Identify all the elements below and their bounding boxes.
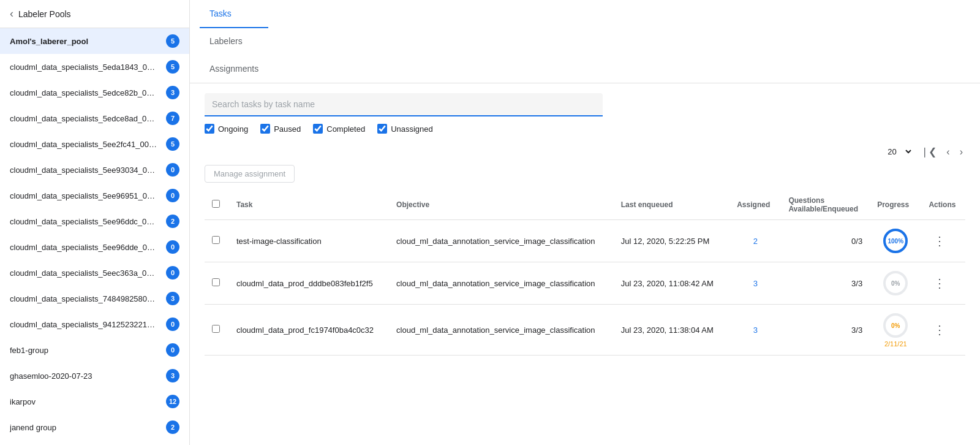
assigned-link-2[interactable]: 3: [753, 325, 758, 335]
sidebar-item-badge-5: 0: [166, 163, 179, 177]
progress-circle-0: 100%: [882, 227, 909, 254]
actions-button-2[interactable]: ⋮: [929, 320, 951, 340]
sidebar-item-4[interactable]: cloudml_data_specialists_5ee2fc41_0000..…: [0, 131, 189, 157]
sidebar-item-name-12: feb1-group: [10, 346, 48, 355]
paused-checkbox[interactable]: [260, 124, 270, 134]
filter-ongoing: Ongoing: [205, 124, 248, 134]
questions-sub-2: 2/11/21: [877, 340, 914, 348]
sidebar-item-10[interactable]: cloudml_data_specialists_748498258068...…: [0, 286, 189, 311]
sidebar-item-1[interactable]: cloudml_data_specialists_5eda1843_000...…: [0, 54, 189, 80]
sidebar-item-badge-7: 2: [166, 215, 179, 228]
sidebar-item-13[interactable]: ghasemloo-2020-07-23 3: [0, 363, 189, 389]
sidebar-item-16[interactable]: janend_group 0: [0, 440, 189, 445]
sidebar-item-name-3: cloudml_data_specialists_5edce8ad_000...: [10, 114, 157, 123]
td-objective-1: cloud_ml_data_annotation_service_image_c…: [389, 262, 614, 305]
sidebar-item-badge-3: 7: [166, 112, 179, 125]
actions-button-0[interactable]: ⋮: [929, 231, 951, 251]
sidebar-item-badge-6: 0: [166, 189, 179, 202]
sidebar-item-8[interactable]: cloudml_data_specialists_5ee96dde_000...…: [0, 234, 189, 260]
assigned-link-0[interactable]: 2: [753, 237, 758, 246]
td-questions-0: 0/3: [781, 220, 870, 262]
sidebar-item-name-6: cloudml_data_specialists_5ee96951_000...: [10, 191, 157, 200]
filter-paused: Paused: [260, 124, 301, 134]
row-checkbox-1[interactable]: [212, 278, 220, 286]
sidebar-item-9[interactable]: cloudml_data_specialists_5eec363a_000...…: [0, 260, 189, 286]
sidebar-item-badge-15: 2: [166, 420, 179, 434]
sidebar-item-name-1: cloudml_data_specialists_5eda1843_000...: [10, 63, 157, 72]
sidebar-header[interactable]: ‹ Labeler Pools: [0, 0, 189, 28]
sidebar-items-list: Amol's_laberer_pool 5 cloudml_data_speci…: [0, 28, 189, 445]
td-actions-0: ⋮: [921, 220, 965, 262]
sidebar-item-14[interactable]: ikarpov 12: [0, 389, 189, 414]
sidebar-item-0[interactable]: Amol's_laberer_pool 5: [0, 28, 189, 54]
search-input[interactable]: [205, 93, 603, 116]
td-enqueued-0: Jul 12, 2020, 5:22:25 PM: [614, 220, 729, 262]
td-questions-2: 3/3: [781, 305, 870, 356]
sidebar-title: Labeler Pools: [18, 9, 71, 19]
paused-label: Paused: [274, 124, 301, 134]
prev-page-btn[interactable]: ‹: [944, 144, 952, 160]
tab-labelers[interactable]: Labelers: [200, 28, 268, 56]
sidebar-item-name-7: cloudml_data_specialists_5ee96ddc_000...: [10, 217, 157, 226]
tabs-bar: TasksLabelersAssignments: [190, 0, 980, 83]
manage-assignment-button[interactable]: Manage assignment: [205, 165, 295, 183]
sidebar-item-2[interactable]: cloudml_data_specialists_5edce82b_000...…: [0, 80, 189, 105]
ongoing-checkbox[interactable]: [205, 124, 214, 134]
td-actions-1: ⋮: [921, 262, 965, 305]
first-page-btn[interactable]: ❘❮: [918, 143, 939, 160]
sidebar-item-12[interactable]: feb1-group 0: [0, 337, 189, 363]
td-enqueued-1: Jul 23, 2020, 11:08:42 AM: [614, 262, 729, 305]
next-page-btn[interactable]: ›: [957, 144, 965, 160]
per-page-select[interactable]: 10 20 50 100: [883, 145, 913, 158]
row-checkbox-0[interactable]: [212, 236, 220, 244]
select-all-checkbox[interactable]: [212, 200, 220, 208]
completed-label: Completed: [326, 124, 365, 134]
filter-completed: Completed: [313, 124, 365, 134]
content-area: Ongoing Paused Completed Unassigned 10 2…: [190, 83, 980, 445]
row-checkbox-2[interactable]: [212, 325, 220, 333]
table-body: test-image-classification cloud_ml_data_…: [205, 220, 965, 356]
search-container: [205, 93, 965, 116]
sidebar-item-badge-2: 3: [166, 86, 179, 99]
sidebar-item-11[interactable]: cloudml_data_specialists_941252322120...…: [0, 311, 189, 337]
th-assigned: Assigned: [729, 190, 781, 220]
progress-circle-2: 0%: [882, 312, 909, 339]
sidebar-item-name-5: cloudml_data_specialists_5ee93034_000...: [10, 165, 157, 175]
th-last-enqueued: Last enqueued: [614, 190, 729, 220]
sidebar-item-badge-14: 12: [166, 395, 179, 408]
sidebar-item-badge-13: 3: [166, 369, 179, 382]
sidebar-item-badge-12: 0: [166, 343, 179, 357]
sidebar-item-name-15: janend group: [10, 423, 56, 432]
sidebar-item-15[interactable]: janend group 2: [0, 414, 189, 440]
sidebar-item-7[interactable]: cloudml_data_specialists_5ee96ddc_000...…: [0, 208, 189, 234]
th-select-all: [205, 190, 229, 220]
sidebar-item-name-2: cloudml_data_specialists_5edce82b_000...: [10, 88, 157, 97]
unassigned-label: Unassigned: [391, 124, 433, 134]
actions-button-1[interactable]: ⋮: [929, 273, 951, 293]
td-checkbox-1: [205, 262, 229, 305]
sidebar: ‹ Labeler Pools Amol's_laberer_pool 5 cl…: [0, 0, 190, 445]
td-questions-1: 3/3: [781, 262, 870, 305]
sidebar-item-name-4: cloudml_data_specialists_5ee2fc41_0000..…: [10, 140, 157, 149]
unassigned-checkbox[interactable]: [377, 124, 387, 134]
filters-bar: Ongoing Paused Completed Unassigned: [205, 124, 965, 134]
th-progress: Progress: [870, 190, 921, 220]
completed-checkbox[interactable]: [313, 124, 323, 134]
sidebar-item-badge-8: 0: [166, 240, 179, 254]
sidebar-item-badge-11: 0: [166, 318, 179, 331]
progress-label-1: 0%: [891, 280, 900, 287]
td-objective-0: cloud_ml_data_annotation_service_image_c…: [389, 220, 614, 262]
td-assigned-2: 3: [729, 305, 781, 356]
tab-assignments[interactable]: Assignments: [200, 55, 268, 83]
ongoing-label: Ongoing: [218, 124, 248, 134]
back-icon[interactable]: ‹: [10, 7, 13, 20]
th-actions: Actions: [921, 190, 965, 220]
td-task-1: cloudml_data_prod_dddbe083feb1f2f5: [229, 262, 389, 305]
sidebar-item-5[interactable]: cloudml_data_specialists_5ee93034_000...…: [0, 157, 189, 183]
sidebar-item-name-13: ghasemloo-2020-07-23: [10, 371, 92, 381]
tab-tasks[interactable]: Tasks: [200, 0, 268, 28]
sidebar-item-3[interactable]: cloudml_data_specialists_5edce8ad_000...…: [0, 105, 189, 131]
sidebar-item-badge-9: 0: [166, 266, 179, 280]
assigned-link-1[interactable]: 3: [753, 279, 758, 288]
sidebar-item-6[interactable]: cloudml_data_specialists_5ee96951_000...…: [0, 183, 189, 208]
